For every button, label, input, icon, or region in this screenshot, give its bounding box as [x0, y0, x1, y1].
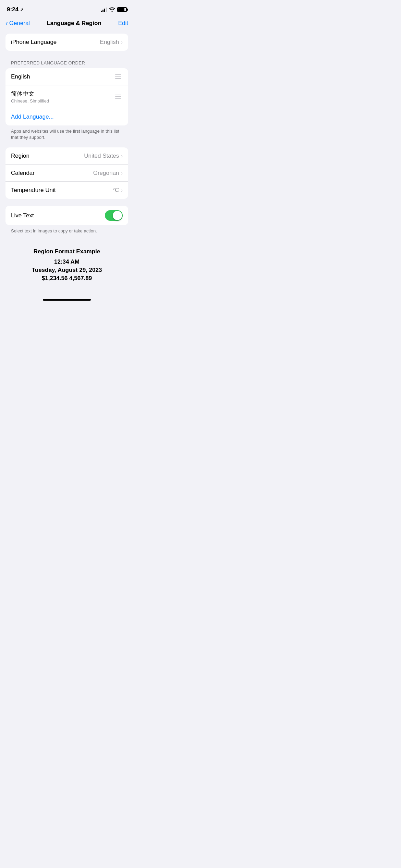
format-example-time: 12:34 AM: [11, 258, 123, 265]
status-bar: 9:24 ↗: [0, 0, 134, 17]
back-label: General: [9, 20, 30, 27]
temperature-chevron-icon: ›: [121, 188, 123, 193]
home-indicator: [0, 292, 134, 304]
signal-bars-icon: [101, 7, 107, 12]
live-text-label: Live Text: [11, 212, 34, 219]
language-chinese-main: 简体中文: [11, 90, 49, 98]
calendar-chevron-icon: ›: [121, 170, 123, 176]
back-chevron-icon: ‹: [5, 20, 8, 26]
region-format-example: Region Format Example 12:34 AM Tuesday, …: [5, 241, 128, 292]
region-value: United States ›: [84, 153, 123, 159]
iphone-language-label: iPhone Language: [11, 39, 57, 46]
format-example-date: Tuesday, August 29, 2023: [11, 267, 123, 274]
battery-icon: [117, 7, 127, 12]
preferred-language-footer: Apps and websites will use the first lan…: [5, 125, 128, 141]
language-chinese-sub: Chinese, Simplified: [11, 98, 49, 104]
region-section: Region United States › Calendar Gregoria…: [5, 147, 128, 199]
iphone-language-value: English ›: [100, 39, 123, 46]
temperature-label: Temperature Unit: [11, 187, 56, 194]
region-label: Region: [11, 153, 29, 159]
language-row-english[interactable]: English: [5, 68, 128, 85]
status-time: 9:24 ↗: [7, 6, 24, 13]
language-row-chinese[interactable]: 简体中文 Chinese, Simplified: [5, 85, 128, 108]
back-button[interactable]: ‹ General: [5, 20, 30, 27]
calendar-label: Calendar: [11, 170, 35, 177]
region-chevron-icon: ›: [121, 153, 123, 159]
wifi-icon: [109, 7, 115, 13]
live-text-row: Live Text: [5, 206, 128, 225]
status-icons: [101, 7, 127, 13]
edit-button[interactable]: Edit: [118, 20, 128, 27]
page-title: Language & Region: [47, 20, 101, 27]
live-text-section: Live Text Select text in images to copy …: [5, 206, 128, 234]
toggle-thumb: [113, 211, 122, 220]
chevron-right-icon: ›: [121, 39, 123, 45]
calendar-row[interactable]: Calendar Gregorian ›: [5, 165, 128, 182]
preferred-language-section-label: PREFERRED LANGUAGE ORDER: [5, 60, 128, 65]
temperature-row[interactable]: Temperature Unit °C ›: [5, 182, 128, 199]
format-example-title: Region Format Example: [11, 248, 123, 255]
add-language-row[interactable]: Add Language...: [5, 108, 128, 125]
format-example-numbers: $1,234.56 4,567.89: [11, 275, 123, 282]
location-icon: ↗: [20, 7, 24, 12]
live-text-footer: Select text in images to copy or take ac…: [5, 225, 128, 234]
region-card: Region United States › Calendar Gregoria…: [5, 147, 128, 199]
add-language-button[interactable]: Add Language...: [11, 113, 54, 120]
temperature-value: °C ›: [112, 187, 123, 194]
preferred-language-section: PREFERRED LANGUAGE ORDER English 简体中文 Ch…: [5, 60, 128, 141]
live-text-card: Live Text: [5, 206, 128, 225]
live-text-toggle[interactable]: [105, 210, 123, 221]
language-english-label: English: [11, 73, 30, 80]
home-bar: [43, 299, 91, 301]
drag-handle-icon: [114, 73, 123, 80]
iphone-language-row[interactable]: iPhone Language English ›: [5, 34, 128, 51]
region-row[interactable]: Region United States ›: [5, 147, 128, 165]
nav-bar: ‹ General Language & Region Edit: [0, 17, 134, 31]
iphone-language-card: iPhone Language English ›: [5, 34, 128, 51]
iphone-language-section: iPhone Language English ›: [5, 34, 128, 51]
preferred-language-card: English 简体中文 Chinese, Simplified: [5, 68, 128, 125]
calendar-value: Gregorian ›: [93, 170, 123, 177]
drag-handle-chinese-icon: [114, 93, 123, 100]
content-area: iPhone Language English › PREFERRED LANG…: [0, 34, 134, 292]
